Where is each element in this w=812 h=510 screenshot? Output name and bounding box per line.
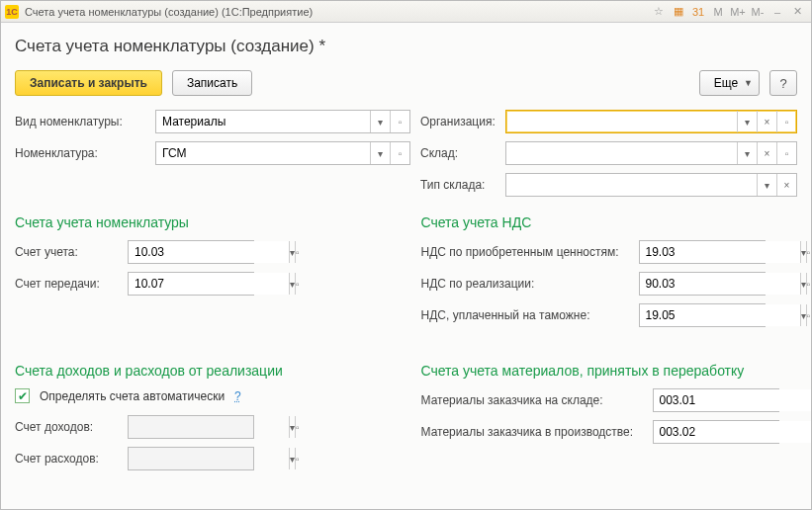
section-income-expense: Счета доходов и расходов от реализации [15, 363, 392, 379]
calc-icon[interactable]: ▦ [670, 4, 687, 20]
nomenclature-label: Номенклатура: [15, 146, 155, 160]
auto-accounts-label: Определять счета автоматически [40, 389, 225, 403]
expense-account-field [129, 448, 289, 469]
income-account-input: ▾ ▫ [128, 415, 254, 439]
open-icon[interactable]: ▫ [806, 273, 811, 295]
auto-accounts-checkbox[interactable]: ✔ [15, 388, 30, 403]
organization-input[interactable]: ▾ × ▫ [505, 110, 797, 133]
section-vat-accounts: Счета учета НДС [421, 214, 798, 230]
vat-purchase-label: НДС по приобретенным ценностям: [421, 245, 639, 259]
materials-stock-input[interactable]: ▾ ▫ [653, 388, 779, 412]
more-label: Еще [714, 76, 738, 90]
calendar-icon[interactable]: 31 [689, 4, 707, 20]
chevron-down-icon: ▼ [744, 78, 753, 88]
transfer-account-input[interactable]: ▾ ▫ [128, 272, 254, 296]
memory-mplus-button[interactable]: M+ [729, 4, 747, 20]
clear-icon[interactable]: × [776, 174, 796, 196]
warehouse-label: Склад: [420, 146, 505, 160]
open-icon[interactable]: ▫ [776, 142, 796, 164]
open-icon[interactable]: ▫ [806, 241, 811, 263]
account-input[interactable]: ▾ ▫ [128, 240, 254, 264]
close-button[interactable]: ✕ [788, 4, 806, 20]
dropdown-icon[interactable]: ▾ [370, 142, 390, 164]
warehouse-input[interactable]: ▾ × ▫ [505, 141, 797, 165]
nomenclature-kind-input[interactable]: ▾ ▫ [155, 110, 410, 133]
open-icon[interactable]: ▫ [806, 304, 811, 326]
page-title: Счета учета номенклатуры (создание) * [15, 37, 797, 56]
nomenclature-field[interactable] [156, 142, 370, 164]
open-icon[interactable]: ▫ [390, 142, 409, 164]
auto-accounts-help[interactable]: ? [234, 389, 241, 403]
vat-customs-label: НДС, уплаченный на таможне: [421, 308, 639, 322]
section-materials-processing: Счета учета материалов, принятых в перер… [421, 363, 798, 379]
account-field[interactable] [129, 241, 289, 263]
open-icon[interactable]: ▫ [295, 273, 300, 295]
favorite-icon[interactable]: ☆ [650, 4, 668, 20]
open-icon[interactable]: ▫ [295, 241, 300, 263]
materials-stock-field[interactable] [654, 389, 812, 411]
open-icon: ▫ [295, 416, 300, 438]
materials-stock-label: Материалы заказчика на складе: [421, 393, 653, 407]
transfer-account-field[interactable] [129, 273, 289, 295]
warehouse-type-input[interactable]: ▾ × [505, 173, 797, 197]
open-icon: ▫ [295, 448, 300, 469]
income-account-label: Счет доходов: [15, 420, 128, 434]
help-button[interactable]: ? [769, 70, 797, 96]
more-button[interactable]: Еще ▼ [699, 70, 760, 96]
vat-sale-field[interactable] [640, 273, 800, 295]
titlebar: 1C Счета учета номенклатуры (создание) (… [1, 1, 811, 23]
memory-mminus-button[interactable]: M- [749, 4, 767, 20]
account-label: Счет учета: [15, 245, 128, 259]
organization-field[interactable] [506, 111, 737, 132]
minimize-button[interactable]: – [768, 4, 786, 20]
save-button[interactable]: Записать [172, 70, 252, 96]
nomenclature-kind-field[interactable] [156, 111, 370, 132]
materials-production-input[interactable]: ▾ ▫ [653, 420, 779, 444]
toolbar: Записать и закрыть Записать Еще ▼ ? [15, 70, 797, 96]
open-icon[interactable]: ▫ [776, 111, 796, 132]
vat-sale-label: НДС по реализации: [421, 277, 639, 291]
memory-m-button[interactable]: M [709, 4, 727, 20]
vat-purchase-field[interactable] [640, 241, 800, 263]
transfer-account-label: Счет передачи: [15, 277, 128, 291]
open-icon[interactable]: ▫ [390, 111, 409, 132]
dropdown-icon[interactable]: ▾ [757, 174, 776, 196]
app-icon: 1C [5, 5, 19, 19]
clear-icon[interactable]: × [757, 111, 776, 132]
warehouse-type-field[interactable] [506, 174, 757, 196]
warehouse-type-label: Тип склада: [420, 178, 505, 192]
vat-customs-input[interactable]: ▾ ▫ [639, 303, 766, 327]
income-account-field [129, 416, 289, 438]
nomenclature-kind-label: Вид номенклатуры: [15, 115, 155, 128]
section-accounts-nomenclature: Счета учета номенклатуры [15, 214, 392, 230]
window-title: Счета учета номенклатуры (создание) (1С:… [25, 6, 313, 18]
expense-account-input: ▾ ▫ [128, 447, 254, 470]
materials-production-field[interactable] [654, 421, 812, 443]
vat-purchase-input[interactable]: ▾ ▫ [639, 240, 766, 264]
clear-icon[interactable]: × [757, 142, 776, 164]
dropdown-icon[interactable]: ▾ [370, 111, 390, 132]
dropdown-icon[interactable]: ▾ [737, 142, 757, 164]
nomenclature-input[interactable]: ▾ ▫ [155, 141, 410, 165]
save-close-button[interactable]: Записать и закрыть [15, 70, 162, 96]
warehouse-field[interactable] [506, 142, 737, 164]
vat-sale-input[interactable]: ▾ ▫ [639, 272, 766, 296]
materials-production-label: Материалы заказчика в производстве: [421, 425, 653, 439]
expense-account-label: Счет расходов: [15, 452, 128, 466]
dropdown-icon[interactable]: ▾ [737, 111, 757, 132]
organization-label: Организация: [420, 115, 505, 128]
vat-customs-field[interactable] [640, 304, 800, 326]
